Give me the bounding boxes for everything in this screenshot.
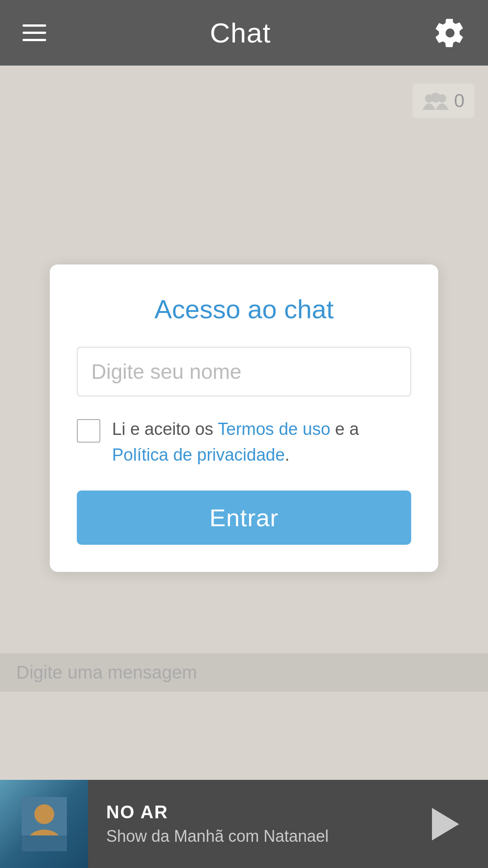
menu-line-3 (23, 39, 46, 41)
svg-point-4 (34, 804, 54, 824)
on-air-info: NO AR Show da Manhã com Natanael (88, 802, 423, 846)
menu-line-2 (23, 32, 46, 34)
name-input[interactable] (77, 347, 411, 396)
online-count: 0 (454, 90, 465, 112)
menu-line-1 (23, 24, 46, 27)
play-icon (432, 808, 459, 840)
page-title: Chat (210, 17, 271, 49)
online-users-icon (422, 91, 449, 110)
terms-of-use-link[interactable]: Termos de uso (218, 420, 330, 439)
on-air-label: NO AR (106, 802, 405, 822)
terms-checkbox[interactable] (77, 419, 100, 443)
message-placeholder: Digite uma mensagem (16, 662, 197, 683)
message-bar[interactable]: Digite uma mensagem (0, 653, 488, 692)
chat-area: 0 Acesso ao chat Li e aceito os Termos d… (0, 66, 488, 780)
enter-button[interactable]: Entrar (77, 491, 411, 545)
thumbnail-image (0, 780, 88, 868)
on-air-show-name: Show da Manhã com Natanael (106, 827, 405, 846)
settings-button[interactable] (435, 18, 465, 48)
app-header: Chat (0, 0, 488, 66)
play-button[interactable] (423, 802, 468, 847)
svg-rect-6 (22, 835, 67, 851)
menu-button[interactable] (23, 24, 46, 41)
on-air-thumbnail (0, 780, 88, 868)
modal-title: Acesso ao chat (77, 294, 411, 324)
thumbnail-person-svg (22, 797, 67, 851)
terms-row: Li e aceito os Termos de uso e a Polític… (77, 416, 411, 468)
privacy-policy-link[interactable]: Política de privacidade (112, 445, 285, 464)
svg-point-2 (431, 93, 441, 103)
online-users-badge: 0 (413, 84, 474, 118)
bottom-bar: NO AR Show da Manhã com Natanael (0, 780, 488, 868)
terms-text: Li e aceito os Termos de uso e a Polític… (112, 416, 411, 468)
login-modal: Acesso ao chat Li e aceito os Termos de … (50, 264, 438, 572)
